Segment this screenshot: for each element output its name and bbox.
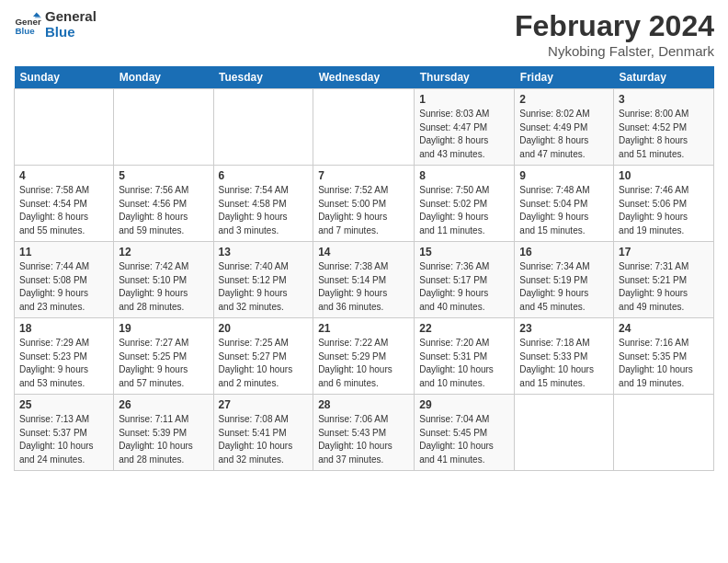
- day-info: Sunrise: 7:08 AM Sunset: 5:41 PM Dayligh…: [219, 413, 309, 466]
- day-cell: [313, 89, 415, 166]
- day-number: 12: [119, 246, 208, 259]
- day-number: 22: [419, 322, 509, 335]
- header: General Blue General Blue February 2024 …: [14, 9, 714, 59]
- day-cell: 26Sunrise: 7:11 AM Sunset: 5:39 PM Dayli…: [114, 395, 213, 471]
- day-number: 25: [19, 398, 108, 411]
- week-row-0: 1Sunrise: 8:03 AM Sunset: 4:47 PM Daylig…: [15, 89, 714, 166]
- day-number: 18: [19, 322, 108, 335]
- day-cell: [15, 89, 114, 166]
- day-info: Sunrise: 7:56 AM Sunset: 4:56 PM Dayligh…: [119, 184, 208, 237]
- day-info: Sunrise: 7:06 AM Sunset: 5:43 PM Dayligh…: [318, 413, 409, 466]
- day-number: 9: [519, 169, 609, 182]
- day-info: Sunrise: 7:42 AM Sunset: 5:10 PM Dayligh…: [119, 260, 208, 314]
- logo-blue: Blue: [45, 25, 97, 40]
- day-info: Sunrise: 7:36 AM Sunset: 5:17 PM Dayligh…: [419, 260, 509, 314]
- day-cell: 21Sunrise: 7:22 AM Sunset: 5:29 PM Dayli…: [313, 318, 415, 395]
- day-header-thursday: Thursday: [415, 66, 515, 89]
- day-header-row: SundayMondayTuesdayWednesdayThursdayFrid…: [15, 66, 714, 89]
- day-cell: 13Sunrise: 7:40 AM Sunset: 5:12 PM Dayli…: [213, 242, 313, 318]
- day-cell: 11Sunrise: 7:44 AM Sunset: 5:08 PM Dayli…: [15, 242, 114, 318]
- day-number: 24: [619, 322, 709, 335]
- day-info: Sunrise: 7:29 AM Sunset: 5:23 PM Dayligh…: [19, 337, 108, 390]
- day-cell: 8Sunrise: 7:50 AM Sunset: 5:02 PM Daylig…: [415, 166, 515, 242]
- week-row-3: 18Sunrise: 7:29 AM Sunset: 5:23 PM Dayli…: [15, 318, 714, 395]
- day-info: Sunrise: 7:27 AM Sunset: 5:25 PM Dayligh…: [119, 337, 208, 390]
- day-cell: 1Sunrise: 8:03 AM Sunset: 4:47 PM Daylig…: [415, 89, 515, 166]
- day-number: 3: [619, 93, 709, 106]
- month-title: February 2024: [515, 9, 714, 43]
- day-number: 15: [419, 246, 509, 259]
- title-area: February 2024 Nykobing Falster, Denmark: [515, 9, 714, 59]
- day-info: Sunrise: 7:44 AM Sunset: 5:08 PM Dayligh…: [19, 260, 108, 314]
- day-info: Sunrise: 8:03 AM Sunset: 4:47 PM Dayligh…: [419, 108, 509, 161]
- day-number: 6: [219, 169, 309, 182]
- day-cell: 2Sunrise: 8:02 AM Sunset: 4:49 PM Daylig…: [515, 89, 614, 166]
- day-cell: 12Sunrise: 7:42 AM Sunset: 5:10 PM Dayli…: [114, 242, 213, 318]
- day-cell: 23Sunrise: 7:18 AM Sunset: 5:33 PM Dayli…: [515, 318, 614, 395]
- day-cell: 19Sunrise: 7:27 AM Sunset: 5:25 PM Dayli…: [114, 318, 213, 395]
- day-cell: 15Sunrise: 7:36 AM Sunset: 5:17 PM Dayli…: [415, 242, 515, 318]
- day-cell: 25Sunrise: 7:13 AM Sunset: 5:37 PM Dayli…: [15, 395, 114, 471]
- day-info: Sunrise: 7:50 AM Sunset: 5:02 PM Dayligh…: [419, 184, 509, 237]
- week-row-2: 11Sunrise: 7:44 AM Sunset: 5:08 PM Dayli…: [15, 242, 714, 318]
- day-cell: 10Sunrise: 7:46 AM Sunset: 5:06 PM Dayli…: [614, 166, 714, 242]
- day-header-monday: Monday: [114, 66, 213, 89]
- day-info: Sunrise: 7:11 AM Sunset: 5:39 PM Dayligh…: [119, 413, 208, 466]
- day-number: 20: [219, 322, 309, 335]
- day-cell: [515, 395, 614, 471]
- day-header-saturday: Saturday: [614, 66, 714, 89]
- day-number: 7: [318, 169, 409, 182]
- day-cell: 28Sunrise: 7:06 AM Sunset: 5:43 PM Dayli…: [313, 395, 415, 471]
- day-cell: 9Sunrise: 7:48 AM Sunset: 5:04 PM Daylig…: [515, 166, 614, 242]
- day-info: Sunrise: 8:00 AM Sunset: 4:52 PM Dayligh…: [619, 108, 709, 161]
- day-cell: 5Sunrise: 7:56 AM Sunset: 4:56 PM Daylig…: [114, 166, 213, 242]
- day-cell: 24Sunrise: 7:16 AM Sunset: 5:35 PM Dayli…: [614, 318, 714, 395]
- day-number: 29: [419, 398, 509, 411]
- day-info: Sunrise: 7:54 AM Sunset: 4:58 PM Dayligh…: [219, 184, 309, 237]
- calendar-table: SundayMondayTuesdayWednesdayThursdayFrid…: [14, 66, 714, 471]
- day-number: 19: [119, 322, 208, 335]
- day-number: 17: [619, 246, 709, 259]
- day-number: 26: [119, 398, 208, 411]
- day-info: Sunrise: 7:25 AM Sunset: 5:27 PM Dayligh…: [219, 337, 309, 390]
- day-header-friday: Friday: [515, 66, 614, 89]
- day-header-tuesday: Tuesday: [213, 66, 313, 89]
- day-info: Sunrise: 7:46 AM Sunset: 5:06 PM Dayligh…: [619, 184, 709, 237]
- day-header-wednesday: Wednesday: [313, 66, 415, 89]
- day-cell: 29Sunrise: 7:04 AM Sunset: 5:45 PM Dayli…: [415, 395, 515, 471]
- day-cell: 7Sunrise: 7:52 AM Sunset: 5:00 PM Daylig…: [313, 166, 415, 242]
- day-number: 16: [519, 246, 609, 259]
- day-cell: [213, 89, 313, 166]
- day-number: 13: [219, 246, 309, 259]
- day-number: 23: [519, 322, 609, 335]
- day-cell: 27Sunrise: 7:08 AM Sunset: 5:41 PM Dayli…: [213, 395, 313, 471]
- day-number: 27: [219, 398, 309, 411]
- day-info: Sunrise: 7:52 AM Sunset: 5:00 PM Dayligh…: [318, 184, 409, 237]
- logo-icon: General Blue: [14, 11, 41, 39]
- day-info: Sunrise: 7:13 AM Sunset: 5:37 PM Dayligh…: [19, 413, 108, 466]
- day-number: 1: [419, 93, 509, 106]
- day-number: 14: [318, 246, 409, 259]
- day-cell: [614, 395, 714, 471]
- day-cell: [114, 89, 213, 166]
- day-cell: 20Sunrise: 7:25 AM Sunset: 5:27 PM Dayli…: [213, 318, 313, 395]
- day-cell: 16Sunrise: 7:34 AM Sunset: 5:19 PM Dayli…: [515, 242, 614, 318]
- location: Nykobing Falster, Denmark: [515, 43, 714, 59]
- day-info: Sunrise: 7:40 AM Sunset: 5:12 PM Dayligh…: [219, 260, 309, 314]
- day-cell: 3Sunrise: 8:00 AM Sunset: 4:52 PM Daylig…: [614, 89, 714, 166]
- day-info: Sunrise: 7:31 AM Sunset: 5:21 PM Dayligh…: [619, 260, 709, 314]
- day-info: Sunrise: 7:34 AM Sunset: 5:19 PM Dayligh…: [519, 260, 609, 314]
- week-row-4: 25Sunrise: 7:13 AM Sunset: 5:37 PM Dayli…: [15, 395, 714, 471]
- day-number: 11: [19, 246, 108, 259]
- week-row-1: 4Sunrise: 7:58 AM Sunset: 4:54 PM Daylig…: [15, 166, 714, 242]
- day-info: Sunrise: 7:48 AM Sunset: 5:04 PM Dayligh…: [519, 184, 609, 237]
- logo-general: General: [45, 9, 97, 25]
- day-cell: 14Sunrise: 7:38 AM Sunset: 5:14 PM Dayli…: [313, 242, 415, 318]
- logo: General Blue General Blue: [14, 9, 97, 40]
- day-cell: 18Sunrise: 7:29 AM Sunset: 5:23 PM Dayli…: [15, 318, 114, 395]
- day-number: 2: [519, 93, 609, 106]
- day-cell: 4Sunrise: 7:58 AM Sunset: 4:54 PM Daylig…: [15, 166, 114, 242]
- day-number: 5: [119, 169, 208, 182]
- day-cell: 17Sunrise: 7:31 AM Sunset: 5:21 PM Dayli…: [614, 242, 714, 318]
- day-info: Sunrise: 8:02 AM Sunset: 4:49 PM Dayligh…: [519, 108, 609, 161]
